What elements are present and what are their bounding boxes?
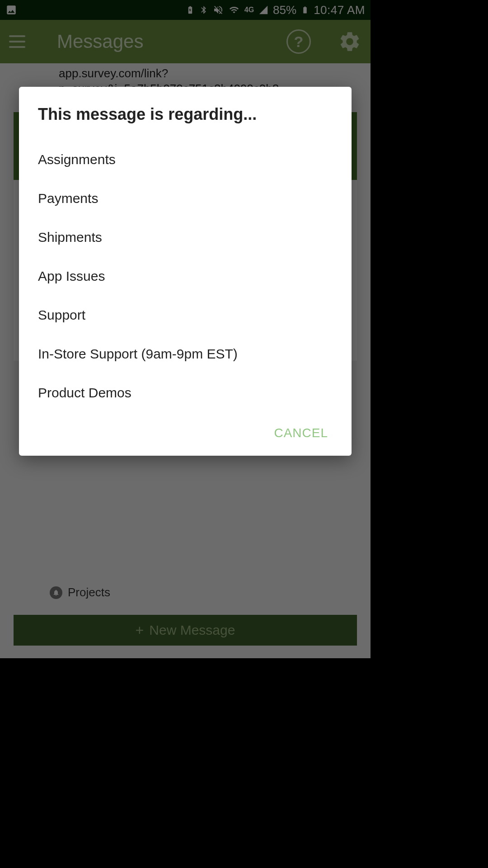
dialog-actions: CANCEL: [38, 420, 333, 447]
dialog-option-product-demos[interactable]: Product Demos: [38, 373, 333, 412]
dialog-option-support[interactable]: Support: [38, 296, 333, 335]
dialog-option-assignments[interactable]: Assignments: [38, 140, 333, 179]
message-regarding-dialog: This message is regarding... Assignments…: [19, 87, 352, 456]
cancel-button[interactable]: CANCEL: [269, 420, 333, 447]
dialog-option-app-issues[interactable]: App Issues: [38, 257, 333, 296]
dialog-option-payments[interactable]: Payments: [38, 179, 333, 218]
dialog-option-shipments[interactable]: Shipments: [38, 218, 333, 257]
dialog-options-list: Assignments Payments Shipments App Issue…: [38, 140, 333, 412]
dialog-title: This message is regarding...: [38, 105, 333, 124]
dialog-option-instore-support[interactable]: In-Store Support (9am-9pm EST): [38, 335, 333, 373]
